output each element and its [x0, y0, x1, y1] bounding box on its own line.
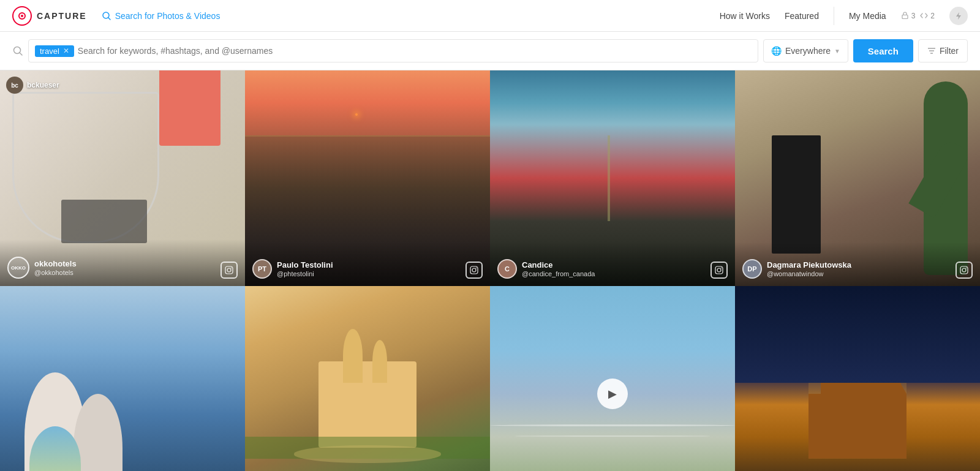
- photo-top-avatar-1: bc: [6, 77, 23, 94]
- photo-cell-1[interactable]: bc bckueser OKKO okkohotels @okkohotels: [0, 70, 245, 286]
- photo-cell-3[interactable]: C Candice @candice_from_canada: [490, 70, 735, 286]
- photo-user-1: OKKO okkohotels @okkohotels: [7, 257, 77, 279]
- svg-point-18: [717, 268, 721, 272]
- how-it-works-link[interactable]: How it Works: [720, 11, 770, 21]
- photo-cell-5[interactable]: [0, 286, 245, 471]
- photo-top-name-1: bckueser: [27, 81, 59, 89]
- search-input-wrap[interactable]: travel ✕: [28, 39, 758, 62]
- filter-label: Filter: [940, 46, 959, 56]
- photo-overlay-4: DP Dagmara Piekutowska @womanatwindow: [735, 242, 980, 286]
- photo-handle-2: @phtestolini: [277, 270, 333, 277]
- photo-insta-1: [221, 262, 238, 279]
- photo-grid: bc bckueser OKKO okkohotels @okkohotels: [0, 70, 980, 471]
- lock-count: 3: [911, 12, 916, 20]
- photo-cell-8[interactable]: [735, 286, 980, 471]
- code-icon: [920, 12, 928, 20]
- photo-avatar-3: C: [497, 259, 517, 279]
- logo[interactable]: CAPTURE: [12, 6, 87, 26]
- lightning-button[interactable]: [949, 7, 968, 25]
- photo-cell-4[interactable]: DP Dagmara Piekutowska @womanatwindow: [735, 70, 980, 286]
- lightning-icon: [954, 12, 963, 20]
- search-bar-search-icon: [12, 45, 23, 56]
- code-badge: 2: [920, 12, 935, 20]
- filter-button[interactable]: Filter: [918, 39, 968, 62]
- nav-badges: 3 2: [901, 12, 935, 20]
- photo-avatar-2: PT: [252, 259, 272, 279]
- search-bar: travel ✕ 🌐 Everywhere ▼ Search Filter: [0, 32, 980, 70]
- location-selector[interactable]: 🌐 Everywhere ▼: [763, 39, 848, 62]
- svg-point-13: [231, 268, 232, 269]
- photo-user-4: DP Dagmara Piekutowska @womanatwindow: [742, 259, 851, 279]
- photo-insta-3: [710, 262, 728, 279]
- photo-cell-7[interactable]: ▶: [490, 286, 735, 471]
- svg-point-1: [21, 15, 23, 17]
- search-tag-text: travel: [40, 47, 59, 56]
- search-bar-icon: [12, 45, 23, 56]
- svg-rect-11: [225, 266, 233, 274]
- photo-user-3: C Candice @candice_from_canada: [497, 259, 595, 279]
- logo-text: CAPTURE: [37, 11, 87, 21]
- play-button-7[interactable]: ▶: [597, 379, 628, 409]
- instagram-icon-2: [470, 266, 478, 274]
- code-count: 2: [930, 12, 935, 20]
- svg-rect-17: [715, 266, 723, 274]
- photo-overlay-2: PT Paulo Testolini @phtestolini: [245, 242, 490, 286]
- svg-point-21: [962, 268, 966, 272]
- svg-point-19: [721, 268, 722, 269]
- search-icon: [102, 11, 111, 21]
- featured-link[interactable]: Featured: [785, 11, 819, 21]
- svg-line-3: [108, 17, 110, 20]
- globe-icon: 🌐: [771, 46, 782, 56]
- lock-icon: [901, 12, 909, 20]
- logo-icon: [12, 6, 32, 26]
- photo-username-4: Dagmara Piekutowska: [767, 260, 851, 271]
- photo-username-1: okkohotels: [34, 259, 77, 269]
- okko-logo-1: OKKO: [7, 257, 29, 279]
- svg-point-22: [966, 268, 967, 269]
- search-tag-remove[interactable]: ✕: [63, 47, 69, 55]
- instagram-icon-3: [715, 266, 723, 274]
- photo-handle-3: @candice_from_canada: [522, 270, 595, 277]
- svg-rect-4: [902, 15, 908, 19]
- svg-marker-5: [956, 12, 961, 20]
- svg-point-12: [227, 268, 231, 272]
- photo-insta-2: [466, 262, 483, 279]
- svg-point-15: [472, 268, 476, 272]
- instagram-icon-4: [960, 266, 968, 274]
- svg-rect-20: [960, 266, 968, 274]
- photo-insta-4: [956, 262, 973, 279]
- svg-rect-14: [470, 266, 478, 274]
- photo-username-2: Paulo Testolini: [277, 260, 333, 271]
- instagram-icon-1: [225, 266, 233, 274]
- photo-username-3: Candice: [522, 260, 595, 271]
- svg-point-16: [476, 268, 477, 269]
- photo-handle-1: @okkohotels: [34, 269, 77, 276]
- photo-cell-2[interactable]: PT Paulo Testolini @phtestolini: [245, 70, 490, 286]
- photo-overlay-3: C Candice @candice_from_canada: [490, 242, 735, 286]
- photo-handle-4: @womanatwindow: [767, 270, 851, 277]
- search-button[interactable]: Search: [853, 39, 913, 62]
- photo-avatar-4: DP: [742, 259, 762, 279]
- svg-line-7: [20, 53, 22, 55]
- nav-divider: [834, 7, 834, 25]
- chevron-down-icon: ▼: [834, 48, 840, 55]
- search-input[interactable]: [78, 46, 752, 56]
- navbar: CAPTURE Search for Photos & Videos How i…: [0, 0, 980, 32]
- search-tag: travel ✕: [35, 45, 74, 57]
- location-text: Everywhere: [785, 46, 831, 56]
- photo-top-user-1: bc bckueser: [6, 77, 59, 94]
- lock-badge: 3: [901, 12, 916, 20]
- photo-user-2: PT Paulo Testolini @phtestolini: [252, 259, 333, 279]
- filter-icon: [927, 47, 936, 55]
- search-link-text: Search for Photos & Videos: [115, 11, 221, 21]
- photo-overlay-1: OKKO okkohotels @okkohotels: [0, 239, 245, 286]
- navbar-search-link[interactable]: Search for Photos & Videos: [102, 11, 720, 21]
- my-media-link[interactable]: My Media: [849, 11, 886, 21]
- photo-cell-6[interactable]: [245, 286, 490, 471]
